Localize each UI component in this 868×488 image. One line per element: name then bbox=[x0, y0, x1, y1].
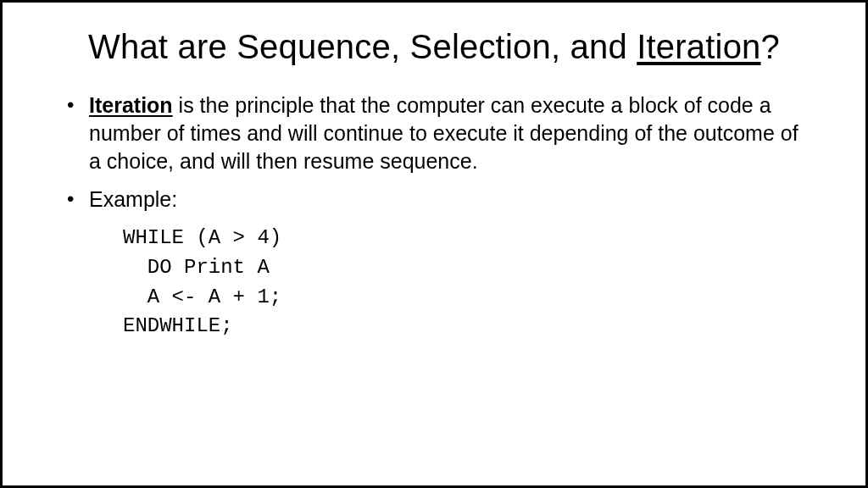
example-label: Example: bbox=[89, 187, 177, 211]
content-area: Iteration is the principle that the comp… bbox=[53, 92, 815, 341]
code-block: WHILE (A > 4) DO Print A A <- A + 1; END… bbox=[123, 224, 815, 341]
definition-bullet: Iteration is the principle that the comp… bbox=[62, 92, 815, 175]
slide-container: What are Sequence, Selection, and Iterat… bbox=[0, 0, 868, 488]
title-suffix: ? bbox=[761, 28, 780, 65]
example-bullet: Example: bbox=[62, 186, 815, 214]
slide-title: What are Sequence, Selection, and Iterat… bbox=[53, 28, 815, 66]
bullet-list: Iteration is the principle that the comp… bbox=[62, 92, 815, 214]
code-line-3: A <- A + 1; bbox=[123, 286, 281, 308]
title-prefix: What are Sequence, Selection, and bbox=[88, 28, 637, 65]
code-line-1: WHILE (A > 4) bbox=[123, 226, 281, 249]
definition-text: is the principle that the computer can e… bbox=[89, 93, 798, 173]
code-line-2: DO Print A bbox=[123, 256, 270, 279]
code-line-4: ENDWHILE; bbox=[123, 314, 233, 337]
definition-term: Iteration bbox=[89, 93, 173, 117]
title-underlined: Iteration bbox=[637, 28, 760, 65]
